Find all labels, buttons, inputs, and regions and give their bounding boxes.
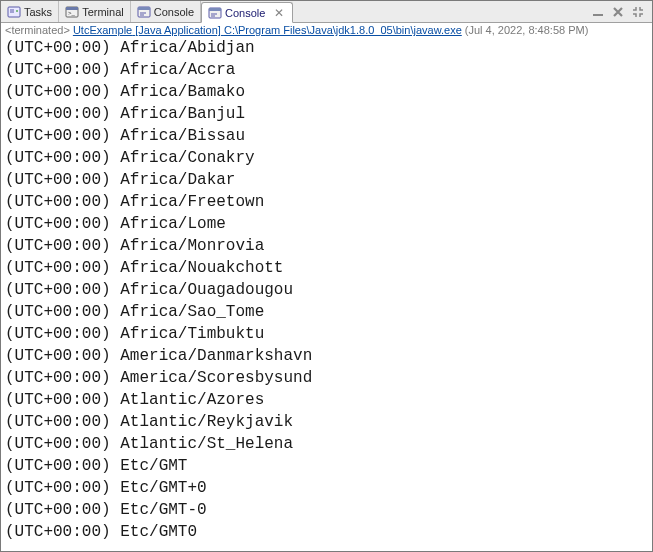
status-app-link[interactable]: UtcExample [Java Application] C:\Program… bbox=[73, 24, 462, 36]
tabs-container: Tasks >_ Terminal Console bbox=[1, 1, 293, 22]
maximize-icon[interactable] bbox=[630, 4, 646, 20]
tab-bar: Tasks >_ Terminal Console bbox=[1, 1, 652, 23]
console-icon bbox=[137, 5, 151, 19]
toolbar-right bbox=[590, 4, 652, 20]
close-view-icon[interactable] bbox=[610, 4, 626, 20]
svg-rect-8 bbox=[138, 7, 150, 10]
console-output[interactable]: (UTC+00:00) Africa/Abidjan (UTC+00:00) A… bbox=[1, 37, 652, 551]
close-icon[interactable]: ✕ bbox=[272, 6, 286, 20]
tab-label: Tasks bbox=[24, 6, 52, 18]
svg-point-3 bbox=[16, 10, 18, 12]
tab-tasks[interactable]: Tasks bbox=[1, 1, 59, 22]
terminal-icon: >_ bbox=[65, 5, 79, 19]
console-status-line: <terminated> UtcExample [Java Applicatio… bbox=[1, 23, 652, 37]
tab-label: Terminal bbox=[82, 6, 124, 18]
tasks-icon bbox=[7, 5, 21, 19]
svg-rect-12 bbox=[209, 8, 221, 11]
tab-label: Console bbox=[225, 7, 265, 19]
status-timestamp: (Jul 4, 2022, 8:48:58 PM) bbox=[465, 24, 589, 36]
console-icon bbox=[208, 6, 222, 20]
status-terminated: <terminated> bbox=[5, 24, 70, 36]
tab-console[interactable]: Console bbox=[131, 1, 201, 22]
svg-text:>_: >_ bbox=[68, 10, 76, 16]
tab-terminal[interactable]: >_ Terminal bbox=[59, 1, 131, 22]
tab-label: Console bbox=[154, 6, 194, 18]
minimize-icon[interactable] bbox=[590, 4, 606, 20]
tab-console-active[interactable]: Console ✕ bbox=[201, 2, 293, 23]
svg-rect-15 bbox=[593, 14, 603, 16]
